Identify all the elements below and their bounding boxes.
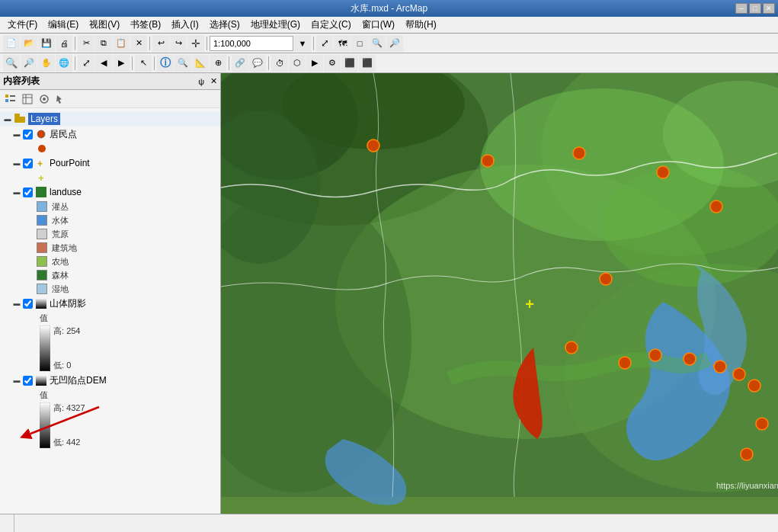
svg-point-40 [565,341,578,354]
menu-file[interactable]: 文件(F) [3,17,42,33]
zoom-full[interactable]: ⤢ [316,35,333,52]
svg-rect-2 [5,99,8,102]
pan-tool[interactable]: ✋ [38,55,55,72]
zoom-in-tool[interactable]: 🔍 [3,55,20,72]
zoom-out-tool[interactable]: 🔎 [21,55,37,72]
toc-select-button[interactable] [53,92,69,106]
hillshade-checkbox[interactable] [23,299,33,309]
dem-expand[interactable]: ▬ [12,376,21,385]
svg-point-48 [741,448,753,460]
paste-button[interactable]: 📋 [113,35,130,52]
toc-content[interactable]: ▬ Layers ▬ 居民点 [0,108,220,514]
layer-landuse[interactable]: ▬ landuse [0,184,220,200]
identify-tool[interactable]: ⓘ [157,55,174,72]
undo-button[interactable]: ↩ [152,35,169,52]
shuiti-label: 水体 [52,215,69,226]
menu-edit[interactable]: 编辑(E) [43,17,83,33]
zoom-out[interactable]: 🔎 [386,35,403,52]
svg-point-41 [619,357,631,369]
layer-dem[interactable]: ▬ 无凹陷点DEM [0,373,220,388]
maximize-button[interactable]: □ [749,3,761,14]
goto-xy[interactable]: ⊕ [210,55,226,72]
landuse-checkbox[interactable] [23,187,33,197]
layer-hillshade[interactable]: ▬ 山体阴影 [0,296,220,311]
hillshade-value-label: 值 [40,312,80,324]
juminpoint-label: 居民点 [50,128,77,141]
time-tool[interactable]: ⏱ [271,55,288,72]
toc-list-button[interactable] [3,92,18,106]
root-expand[interactable]: ▬ [3,114,12,123]
featureCache-tool[interactable]: ⬡ [289,55,306,72]
redo-button[interactable]: ↪ [170,35,187,52]
window-title: 水库.mxd - ArcMap [351,2,427,15]
zoom-in[interactable]: 🔍 [369,35,386,52]
find-tool[interactable]: 🔍 [174,55,191,72]
menu-help[interactable]: 帮助(H) [401,17,441,33]
juminpoint-checkbox[interactable] [23,130,33,139]
landuse-legend-senlin: 森林 [0,268,220,282]
landuse-icon [35,186,47,198]
menu-geoprocess[interactable]: 地理处理(G) [246,17,305,33]
toolbar-tools: 🔍 🔎 ✋ 🌐 ⤢ ◀ ▶ ↖ ⓘ 🔍 📐 ⊕ 🔗 💬 ⏱ ⬡ ▶ ⚙ ⬛ ⬛ [0,53,778,73]
globe-tool[interactable]: 🌐 [56,55,72,72]
print-button[interactable]: 🖨 [56,35,72,52]
hillshade-expand[interactable]: ▬ [12,299,21,308]
scale-input[interactable]: 1:100,000 [210,36,293,51]
save-button[interactable]: 💾 [38,35,55,52]
scale-apply[interactable]: ▼ [294,35,311,52]
full-extent[interactable]: ⤢ [78,55,94,72]
toc-visible-button[interactable] [37,92,52,106]
hillshade-label: 山体阴影 [50,297,86,310]
menu-window[interactable]: 窗口(W) [357,17,399,33]
maptips-tool[interactable]: 💬 [249,55,266,72]
delete-button[interactable]: ✕ [130,35,147,52]
close-button[interactable]: ✕ [763,3,775,14]
zoom-layer[interactable]: 🗺 [334,35,351,52]
extra2[interactable]: ⬛ [341,55,358,72]
menu-select[interactable]: 选择(S) [205,17,245,33]
open-button[interactable]: 📂 [21,35,37,52]
minimize-button[interactable]: ─ [735,3,748,14]
svg-rect-15 [36,187,46,197]
layer-pourpoint[interactable]: ▬ + PourPoint [0,155,220,171]
more-tools[interactable]: ▶ [306,55,323,72]
measure-tool[interactable]: 📐 [192,55,209,72]
pourpoint-checkbox[interactable] [23,159,33,168]
jianzhu-label: 建筑地 [52,242,77,254]
landuse-expand[interactable]: ▬ [12,187,21,197]
menu-bookmark[interactable]: 书签(B) [126,17,165,33]
pourpoint-expand[interactable]: ▬ [12,159,21,168]
juminpoint-expand[interactable]: ▬ [12,130,21,139]
senlin-label: 森林 [52,270,69,281]
add-data-button[interactable]: ✛ [187,35,204,52]
extra1[interactable]: ⚙ [324,55,341,72]
copy-button[interactable]: ⧉ [95,35,112,52]
layer-juminpoint[interactable]: ▬ 居民点 [0,127,220,142]
svg-point-12 [38,145,46,152]
toc-dock-button[interactable]: ψ [198,77,204,86]
zoom-select[interactable]: □ [351,35,368,52]
select-tool[interactable]: ↖ [135,55,152,72]
map-area[interactable]: + https://liyuanxiang.blog.csdn.net/ [221,73,778,514]
landuse-legend-shidi: 湿地 [0,282,220,296]
menu-customize[interactable]: 自定义(C) [306,17,356,33]
toc-controls: ψ ✕ [198,76,217,86]
dem-icon [35,374,47,386]
menu-view[interactable]: 视图(V) [85,17,124,33]
prev-extent[interactable]: ◀ [95,55,112,72]
cut-button[interactable]: ✂ [78,35,94,52]
dem-checkbox[interactable] [23,376,33,386]
new-button[interactable]: 📄 [3,35,20,52]
next-extent[interactable]: ▶ [113,55,130,72]
root-layer-label[interactable]: Layers [28,113,60,125]
juminpoint-symbol [0,142,220,155]
separator5 [75,56,75,70]
toc-source-button[interactable] [20,92,35,106]
menu-insert[interactable]: 插入(I) [167,17,203,33]
svg-point-45 [733,368,745,380]
guancong-swatch [37,201,47,212]
svg-point-34 [367,139,379,152]
extra3[interactable]: ⬛ [359,55,376,72]
hyperlink-tool[interactable]: 🔗 [232,55,248,72]
toc-close-button[interactable]: ✕ [210,76,217,86]
